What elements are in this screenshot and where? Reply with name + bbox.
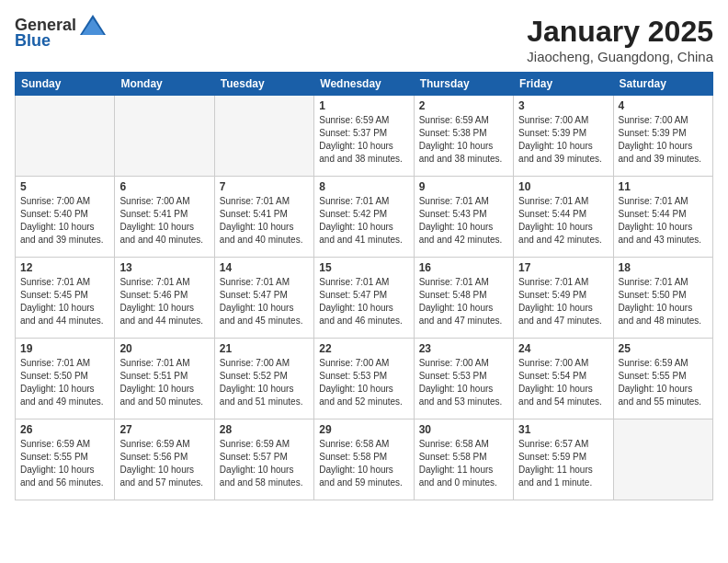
day-number: 5 (20, 180, 109, 193)
day-number: 1 (319, 99, 408, 112)
title-block: January 2025 Jiaocheng, Guangdong, China (527, 15, 713, 64)
table-row: 19Sunrise: 7:01 AMSunset: 5:50 PMDayligh… (16, 339, 115, 419)
calendar-header-row: Sunday Monday Tuesday Wednesday Thursday… (16, 73, 713, 96)
day-number: 31 (518, 423, 608, 436)
cell-details: Sunrise: 7:01 AMSunset: 5:49 PMDaylight:… (518, 276, 608, 327)
calendar-week-row: 19Sunrise: 7:01 AMSunset: 5:50 PMDayligh… (16, 339, 713, 419)
cell-details: Sunrise: 7:00 AMSunset: 5:53 PMDaylight:… (319, 357, 408, 408)
calendar-week-row: 26Sunrise: 6:59 AMSunset: 5:55 PMDayligh… (16, 419, 713, 500)
table-row: 13Sunrise: 7:01 AMSunset: 5:46 PMDayligh… (115, 258, 214, 339)
header-thursday: Thursday (414, 73, 513, 96)
table-row: 16Sunrise: 7:01 AMSunset: 5:48 PMDayligh… (414, 258, 513, 339)
table-row: 21Sunrise: 7:00 AMSunset: 5:52 PMDayligh… (214, 339, 313, 419)
cell-details: Sunrise: 6:59 AMSunset: 5:55 PMDaylight:… (619, 357, 708, 408)
cell-details: Sunrise: 7:01 AMSunset: 5:44 PMDaylight:… (518, 195, 608, 247)
cell-details: Sunrise: 6:59 AMSunset: 5:38 PMDaylight:… (419, 114, 508, 166)
table-row: 17Sunrise: 7:01 AMSunset: 5:49 PMDayligh… (514, 258, 613, 339)
day-number: 30 (419, 423, 508, 436)
cell-details: Sunrise: 7:01 AMSunset: 5:41 PMDaylight:… (220, 195, 309, 247)
table-row: 15Sunrise: 7:01 AMSunset: 5:47 PMDayligh… (314, 258, 414, 339)
cell-details: Sunrise: 6:59 AMSunset: 5:56 PMDaylight:… (119, 438, 209, 489)
day-number: 8 (319, 180, 408, 193)
day-number: 3 (518, 99, 608, 112)
table-row: 11Sunrise: 7:01 AMSunset: 5:44 PMDayligh… (613, 177, 712, 258)
day-number: 28 (220, 423, 309, 436)
calendar-title: January 2025 (527, 15, 713, 49)
day-number: 16 (419, 261, 508, 274)
cell-details: Sunrise: 6:58 AMSunset: 5:58 PMDaylight:… (419, 438, 508, 489)
table-row: 22Sunrise: 7:00 AMSunset: 5:53 PMDayligh… (314, 339, 414, 419)
table-row (613, 419, 712, 500)
header-saturday: Saturday (613, 73, 712, 96)
page-header: General Blue January 2025 Jiaocheng, Gua… (15, 15, 713, 64)
table-row: 1Sunrise: 6:59 AMSunset: 5:37 PMDaylight… (314, 96, 414, 177)
logo-blue: Blue (15, 31, 51, 51)
table-row: 4Sunrise: 7:00 AMSunset: 5:39 PMDaylight… (613, 96, 712, 177)
day-number: 2 (419, 99, 508, 112)
table-row: 8Sunrise: 7:01 AMSunset: 5:42 PMDaylight… (314, 177, 414, 258)
cell-details: Sunrise: 6:59 AMSunset: 5:37 PMDaylight:… (319, 114, 408, 166)
table-row: 31Sunrise: 6:57 AMSunset: 5:59 PMDayligh… (514, 419, 613, 500)
cell-details: Sunrise: 7:01 AMSunset: 5:42 PMDaylight:… (319, 195, 408, 247)
day-number: 13 (119, 261, 209, 274)
table-row: 24Sunrise: 7:00 AMSunset: 5:54 PMDayligh… (514, 339, 613, 419)
day-number: 27 (119, 423, 209, 436)
calendar-week-row: 12Sunrise: 7:01 AMSunset: 5:45 PMDayligh… (16, 258, 713, 339)
cell-details: Sunrise: 7:00 AMSunset: 5:41 PMDaylight:… (119, 195, 209, 247)
table-row: 30Sunrise: 6:58 AMSunset: 5:58 PMDayligh… (414, 419, 513, 500)
svg-marker-1 (82, 18, 104, 35)
table-row: 6Sunrise: 7:00 AMSunset: 5:41 PMDaylight… (115, 177, 214, 258)
calendar-week-row: 5Sunrise: 7:00 AMSunset: 5:40 PMDaylight… (16, 177, 713, 258)
table-row: 14Sunrise: 7:01 AMSunset: 5:47 PMDayligh… (214, 258, 313, 339)
day-number: 6 (119, 180, 209, 193)
table-row: 9Sunrise: 7:01 AMSunset: 5:43 PMDaylight… (414, 177, 513, 258)
cell-details: Sunrise: 7:00 AMSunset: 5:39 PMDaylight:… (619, 114, 708, 166)
cell-details: Sunrise: 6:59 AMSunset: 5:57 PMDaylight:… (220, 438, 309, 489)
day-number: 4 (619, 99, 708, 112)
day-number: 11 (619, 180, 708, 193)
cell-details: Sunrise: 7:00 AMSunset: 5:54 PMDaylight:… (518, 357, 608, 408)
day-number: 19 (20, 342, 109, 355)
day-number: 29 (319, 423, 408, 436)
table-row: 25Sunrise: 6:59 AMSunset: 5:55 PMDayligh… (613, 339, 712, 419)
cell-details: Sunrise: 7:01 AMSunset: 5:47 PMDaylight:… (220, 276, 309, 327)
calendar-week-row: 1Sunrise: 6:59 AMSunset: 5:37 PMDaylight… (16, 96, 713, 177)
day-number: 12 (20, 261, 109, 274)
table-row: 10Sunrise: 7:01 AMSunset: 5:44 PMDayligh… (514, 177, 613, 258)
cell-details: Sunrise: 7:01 AMSunset: 5:45 PMDaylight:… (20, 276, 109, 327)
day-number: 22 (319, 342, 408, 355)
day-number: 25 (619, 342, 708, 355)
cell-details: Sunrise: 7:00 AMSunset: 5:52 PMDaylight:… (220, 357, 309, 408)
day-number: 24 (518, 342, 608, 355)
cell-details: Sunrise: 7:01 AMSunset: 5:51 PMDaylight:… (119, 357, 209, 408)
cell-details: Sunrise: 7:01 AMSunset: 5:50 PMDaylight:… (619, 276, 708, 327)
cell-details: Sunrise: 6:58 AMSunset: 5:58 PMDaylight:… (319, 438, 408, 489)
header-monday: Monday (115, 73, 214, 96)
day-number: 20 (119, 342, 209, 355)
header-tuesday: Tuesday (214, 73, 313, 96)
table-row: 7Sunrise: 7:01 AMSunset: 5:41 PMDaylight… (214, 177, 313, 258)
table-row: 2Sunrise: 6:59 AMSunset: 5:38 PMDaylight… (414, 96, 513, 177)
table-row: 3Sunrise: 7:00 AMSunset: 5:39 PMDaylight… (514, 96, 613, 177)
day-number: 23 (419, 342, 508, 355)
calendar-table: Sunday Monday Tuesday Wednesday Thursday… (15, 72, 713, 500)
day-number: 15 (319, 261, 408, 274)
cell-details: Sunrise: 7:01 AMSunset: 5:43 PMDaylight:… (419, 195, 508, 247)
cell-details: Sunrise: 7:01 AMSunset: 5:48 PMDaylight:… (419, 276, 508, 327)
table-row: 12Sunrise: 7:01 AMSunset: 5:45 PMDayligh… (16, 258, 115, 339)
cell-details: Sunrise: 6:57 AMSunset: 5:59 PMDaylight:… (518, 438, 608, 489)
table-row: 29Sunrise: 6:58 AMSunset: 5:58 PMDayligh… (314, 419, 414, 500)
cell-details: Sunrise: 7:00 AMSunset: 5:53 PMDaylight:… (419, 357, 508, 408)
logo: General Blue (15, 15, 106, 51)
day-number: 21 (220, 342, 309, 355)
table-row (16, 96, 115, 177)
table-row: 18Sunrise: 7:01 AMSunset: 5:50 PMDayligh… (613, 258, 712, 339)
table-row: 20Sunrise: 7:01 AMSunset: 5:51 PMDayligh… (115, 339, 214, 419)
table-row: 28Sunrise: 6:59 AMSunset: 5:57 PMDayligh… (214, 419, 313, 500)
day-number: 26 (20, 423, 109, 436)
table-row (214, 96, 313, 177)
day-number: 10 (518, 180, 608, 193)
table-row: 23Sunrise: 7:00 AMSunset: 5:53 PMDayligh… (414, 339, 513, 419)
day-number: 14 (220, 261, 309, 274)
table-row: 5Sunrise: 7:00 AMSunset: 5:40 PMDaylight… (16, 177, 115, 258)
